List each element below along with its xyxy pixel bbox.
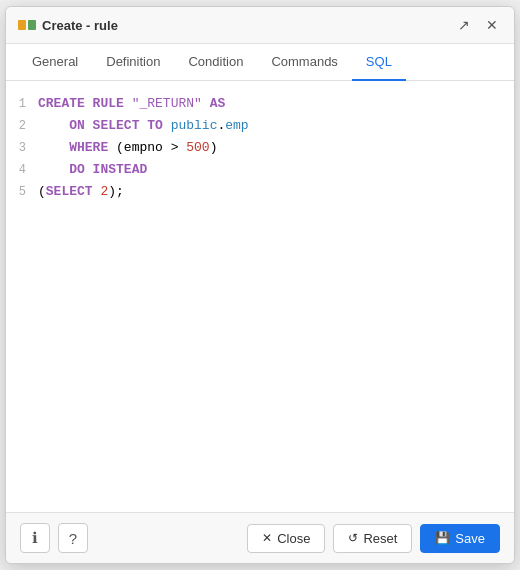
line-content: (SELECT 2); <box>38 181 514 203</box>
tab-sql[interactable]: SQL <box>352 44 406 81</box>
content-area: 1CREATE RULE "_RETURN" AS2 ON SELECT TO … <box>6 81 514 512</box>
code-line: 4 DO INSTEAD <box>6 159 514 181</box>
dialog: Create - rule ↗ ✕ General Definition Con… <box>5 6 515 564</box>
code-line: 3 WHERE (empno > 500) <box>6 137 514 159</box>
save-icon: 💾 <box>435 531 450 545</box>
code-line: 5(SELECT 2); <box>6 181 514 203</box>
footer-left: ℹ ? <box>20 523 88 553</box>
tab-commands[interactable]: Commands <box>257 44 351 81</box>
title-actions: ↗ ✕ <box>454 15 502 35</box>
save-button[interactable]: 💾 Save <box>420 524 500 553</box>
code-line: 1CREATE RULE "_RETURN" AS <box>6 93 514 115</box>
line-content: WHERE (empno > 500) <box>38 137 514 159</box>
tab-general[interactable]: General <box>18 44 92 81</box>
close-icon: ✕ <box>262 531 272 545</box>
footer: ℹ ? ✕ Close ↺ Reset 💾 Save <box>6 512 514 563</box>
app-icon <box>18 20 36 30</box>
reset-button[interactable]: ↺ Reset <box>333 524 412 553</box>
maximize-button[interactable]: ↗ <box>454 15 474 35</box>
title-left: Create - rule <box>18 18 118 33</box>
line-number: 5 <box>6 182 38 202</box>
info-button[interactable]: ℹ <box>20 523 50 553</box>
close-window-button[interactable]: ✕ <box>482 15 502 35</box>
title-bar: Create - rule ↗ ✕ <box>6 7 514 44</box>
line-number: 4 <box>6 160 38 180</box>
line-number: 3 <box>6 138 38 158</box>
line-content: DO INSTEAD <box>38 159 514 181</box>
footer-right: ✕ Close ↺ Reset 💾 Save <box>247 524 500 553</box>
line-content: ON SELECT TO public.emp <box>38 115 514 137</box>
sql-code-editor[interactable]: 1CREATE RULE "_RETURN" AS2 ON SELECT TO … <box>6 93 514 203</box>
close-button[interactable]: ✕ Close <box>247 524 325 553</box>
dialog-title: Create - rule <box>42 18 118 33</box>
line-number: 1 <box>6 94 38 114</box>
tab-condition[interactable]: Condition <box>174 44 257 81</box>
help-button[interactable]: ? <box>58 523 88 553</box>
help-icon: ? <box>69 530 77 547</box>
info-icon: ℹ <box>32 529 38 547</box>
tab-definition[interactable]: Definition <box>92 44 174 81</box>
code-line: 2 ON SELECT TO public.emp <box>6 115 514 137</box>
reset-icon: ↺ <box>348 531 358 545</box>
line-number: 2 <box>6 116 38 136</box>
tabs: General Definition Condition Commands SQ… <box>6 44 514 81</box>
line-content: CREATE RULE "_RETURN" AS <box>38 93 514 115</box>
